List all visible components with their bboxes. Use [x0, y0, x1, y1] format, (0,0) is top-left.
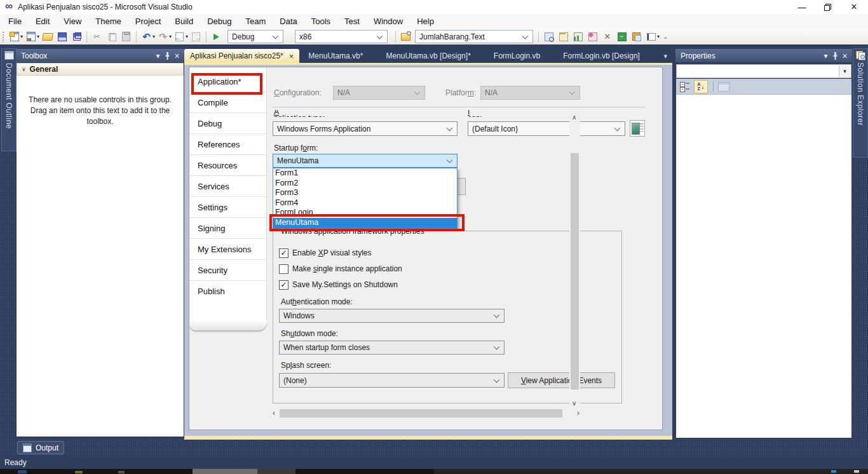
properties-window-icon[interactable] [558, 31, 569, 42]
form-vertical-scrollbar[interactable]: ∧ ∨ [569, 112, 580, 409]
window-position-icon[interactable]: ▾ [821, 51, 831, 60]
combo-dropdown-button[interactable]: ▾ [839, 65, 850, 77]
extension-manager-icon[interactable] [587, 31, 598, 42]
command-text-combo[interactable]: JumlahBarang.Text [415, 30, 533, 43]
scroll-down-icon[interactable]: ∨ [572, 400, 576, 407]
save-icon[interactable] [57, 31, 67, 42]
tab-list-dropdown-icon[interactable]: ▾ [663, 52, 667, 60]
undo-icon[interactable]: ↶ [141, 31, 152, 42]
startup-form-combo[interactable]: MenuUtama [273, 154, 458, 168]
navigate-backward-icon[interactable]: ← [174, 31, 185, 42]
tab-formlogin-vb-design[interactable]: FormLogin.vb [Design] [557, 49, 646, 63]
navigate-to-icon[interactable] [543, 31, 554, 42]
menu-file[interactable]: File [1, 14, 29, 29]
tab-security[interactable]: Security [189, 259, 266, 280]
single-instance-checkbox[interactable] [279, 264, 288, 274]
add-item-dropdown-icon[interactable]: ▾ [37, 34, 39, 39]
close-icon[interactable]: × [172, 51, 182, 60]
redo-icon[interactable]: ↷ [158, 31, 168, 42]
window-layout-icon[interactable] [646, 31, 656, 42]
menu-theme[interactable]: Theme [88, 14, 128, 29]
solution-platforms-combo[interactable]: x86 [295, 30, 388, 43]
close-icon[interactable]: × [840, 51, 850, 60]
tab-settings[interactable]: Settings [189, 196, 266, 217]
tab-references[interactable]: References [189, 133, 266, 154]
menu-debug[interactable]: Debug [200, 14, 238, 29]
dropdown-item-form3[interactable]: Form3 [273, 188, 457, 198]
tab-signing[interactable]: Signing [189, 217, 266, 238]
undo-dropdown-icon[interactable]: ▾ [153, 34, 155, 39]
scroll-left-icon[interactable]: ‹ [273, 410, 275, 416]
scroll-right-icon[interactable]: › [577, 410, 580, 416]
shutdown-mode-combo[interactable]: When startup form closes [279, 341, 505, 355]
splash-screen-combo[interactable]: (None) [279, 373, 505, 388]
menu-tools[interactable]: Tools [304, 14, 337, 29]
dropdown-item-form1[interactable]: Form1 [273, 168, 457, 179]
menu-build[interactable]: Build [168, 14, 200, 29]
toolbar-grip[interactable] [2, 31, 5, 43]
menu-test[interactable]: Test [337, 14, 367, 29]
output-button[interactable]: Output [17, 441, 64, 454]
tab-publish[interactable]: Publish [189, 280, 266, 301]
object-browser-icon[interactable] [573, 31, 583, 42]
properties-object-combo[interactable]: ▾ [676, 64, 851, 78]
tab-menuutama-vb-design[interactable]: MenuUtama.vb [Design]* [379, 49, 477, 63]
tab-menuutama-vb[interactable]: MenuUtama.vb* [302, 49, 369, 63]
go-to-definition-icon[interactable]: → [616, 31, 627, 42]
scrollbar-thumb[interactable] [571, 153, 579, 389]
scrollbar-thumb[interactable] [280, 409, 562, 417]
navigate-forward-icon[interactable]: → [191, 31, 201, 42]
save-settings-checkbox[interactable]: ✓ [279, 280, 288, 290]
pin-icon[interactable] [831, 51, 840, 60]
save-all-icon[interactable] [71, 31, 82, 42]
properties-header[interactable]: Properties ▾ × [675, 49, 852, 62]
tab-formlogin-vb[interactable]: FormLogin.vb [487, 49, 546, 63]
tab-close-icon[interactable]: × [289, 51, 294, 61]
toolbar-dropdown-icon[interactable]: ▾ [657, 34, 660, 39]
navigate-backward-dropdown-icon[interactable]: ▾ [186, 34, 188, 39]
menu-team[interactable]: Team [238, 14, 273, 29]
solution-configurations-combo[interactable]: Debug [227, 30, 283, 43]
scroll-up-icon[interactable]: ∧ [572, 114, 576, 121]
tab-services[interactable]: Services [189, 175, 266, 196]
redo-dropdown-icon[interactable]: ▾ [169, 34, 172, 39]
menu-data[interactable]: Data [273, 14, 304, 29]
new-project-dropdown-icon[interactable]: ▾ [20, 34, 23, 39]
form-horizontal-scrollbar[interactable]: ‹ › [271, 409, 581, 419]
dropdown-item-form4[interactable]: Form4 [273, 198, 457, 208]
icon-combo[interactable]: (Default Icon) [468, 121, 625, 136]
authentication-mode-combo[interactable]: Windows [279, 309, 505, 323]
menu-window[interactable]: Window [367, 14, 410, 29]
view-application-events-button[interactable]: View Application Events [508, 372, 615, 388]
start-debugging-icon[interactable] [211, 31, 222, 42]
restore-icon[interactable] [815, 4, 840, 10]
tools-options-icon[interactable]: ✕ [602, 31, 613, 42]
tab-my-extensions[interactable]: My Extensions [189, 238, 266, 259]
solution-explorer-tab[interactable]: Solution Explorer [853, 48, 868, 158]
enable-xp-checkbox[interactable]: ✓ [279, 248, 288, 258]
menu-view[interactable]: View [57, 14, 88, 29]
dropdown-item-form2[interactable]: Form2 [273, 179, 457, 189]
new-project-icon[interactable] [9, 31, 20, 42]
menu-help[interactable]: Help [410, 14, 441, 29]
window-position-icon[interactable]: ▾ [153, 51, 163, 60]
minimize-button[interactable]: — [789, 3, 815, 12]
tab-resources[interactable]: Resources [189, 154, 266, 175]
toolbox-group-header[interactable]: ∨ General [17, 63, 184, 76]
find-in-files-icon[interactable] [400, 31, 411, 42]
code-window-icon[interactable] [631, 31, 642, 42]
toolbar-overflow-icon[interactable]: ⌄ [663, 33, 668, 40]
menu-project[interactable]: Project [128, 14, 168, 29]
application-type-combo[interactable]: Windows Forms Application [273, 121, 458, 136]
paste-icon[interactable] [121, 31, 132, 42]
toolbox-header[interactable]: Toolbox ▾ × [16, 49, 184, 62]
categorized-icon[interactable]: + + [680, 81, 690, 91]
tab-debug[interactable]: Debug [189, 112, 266, 133]
tab-aplikasi-penjualan[interactable]: Aplikasi Penjualan sisco25* × [184, 49, 299, 63]
open-file-icon[interactable] [42, 31, 53, 42]
add-item-icon[interactable] [25, 31, 36, 42]
pin-icon[interactable] [163, 51, 172, 60]
menu-edit[interactable]: Edit [29, 14, 57, 29]
close-button[interactable]: × [840, 1, 868, 13]
cut-icon[interactable]: ✂ [92, 31, 102, 42]
